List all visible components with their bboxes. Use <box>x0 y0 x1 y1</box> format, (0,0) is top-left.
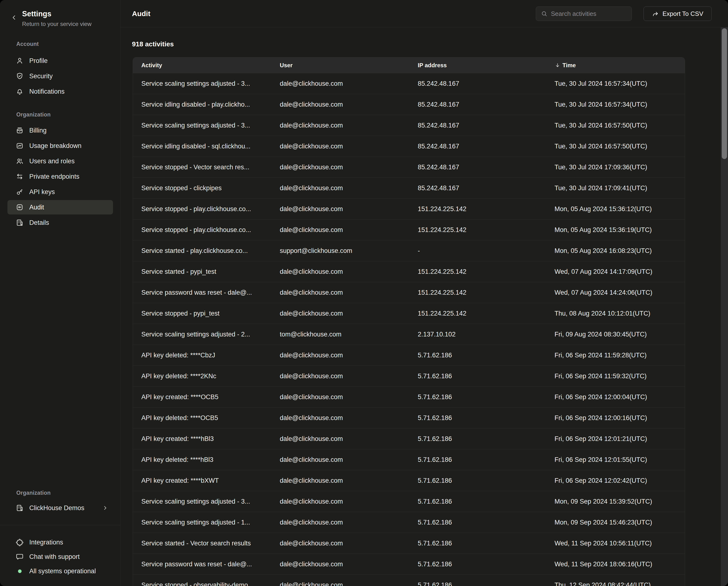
table-row[interactable]: Service stopped - clickpipes dale@clickh… <box>133 177 685 198</box>
table-row[interactable]: API key created: ****bXWT dale@clickhous… <box>133 470 685 491</box>
cell-activity: Service stopped - clickpipes <box>141 185 280 192</box>
table-row[interactable]: Service started - Vector search results … <box>133 533 685 554</box>
sidebar-item-security[interactable]: Security <box>7 69 113 83</box>
table-row[interactable]: Service password was reset - dale@... da… <box>133 554 685 575</box>
cell-activity: Service stopped - pypi_test <box>141 310 280 317</box>
export-button-label: Export To CSV <box>662 10 703 18</box>
cell-activity: Service password was reset - dale@... <box>141 561 280 568</box>
column-header-activity[interactable]: Activity <box>141 62 280 69</box>
till-icon <box>15 126 24 135</box>
cell-ip-address: 5.71.62.186 <box>418 414 554 422</box>
cell-user: dale@clickhouse.com <box>280 310 418 317</box>
table-row[interactable]: API key deleted: ****CbzJ dale@clickhous… <box>133 345 685 366</box>
cell-user: dale@clickhouse.com <box>280 581 418 586</box>
cell-ip-address: 85.242.48.167 <box>418 122 554 129</box>
table-row[interactable]: API key created: ****OCB5 dale@clickhous… <box>133 386 685 407</box>
cell-ip-address: 85.242.48.167 <box>418 80 554 88</box>
cell-activity: API key deleted: ****2KNc <box>141 372 280 380</box>
users-icon <box>15 156 24 166</box>
status-label: All systems operational <box>29 567 96 575</box>
sidebar-item-details[interactable]: Details <box>7 215 113 230</box>
cell-time: Fri, 06 Sep 2024 12:01:55(UTC) <box>554 456 685 464</box>
sidebar-item-profile[interactable]: Profile <box>7 53 113 68</box>
cell-user: support@clickhouse.com <box>280 247 418 254</box>
scrollbar-track[interactable] <box>721 27 728 586</box>
system-status-item[interactable]: All systems operational <box>7 564 113 578</box>
cell-activity: Service scaling settings adjusted - 3... <box>141 80 280 88</box>
cell-ip-address: 85.242.48.167 <box>418 143 554 150</box>
cell-user: dale@clickhouse.com <box>280 122 418 129</box>
column-header-time[interactable]: Time <box>554 62 685 69</box>
cell-ip-address: 5.71.62.186 <box>418 435 554 443</box>
table-row[interactable]: Service scaling settings adjusted - 2...… <box>133 324 685 345</box>
table-header-row: Activity User IP address Time <box>133 57 685 73</box>
org-switcher-clickhouse-demos[interactable]: ClickHouse Demos <box>7 501 113 515</box>
cell-ip-address: 5.71.62.186 <box>418 581 554 586</box>
cell-time: Fri, 06 Sep 2024 12:01:21(UTC) <box>554 435 685 443</box>
column-header-ip-address[interactable]: IP address <box>418 62 554 69</box>
table-row[interactable]: API key deleted: ****2KNc dale@clickhous… <box>133 366 685 386</box>
cell-ip-address: 5.71.62.186 <box>418 456 554 464</box>
cell-user: dale@clickhouse.com <box>280 205 418 213</box>
table-row[interactable]: Service stopped - observability-demo dal… <box>133 575 685 586</box>
table-row[interactable]: API key deleted: ****hBl3 dale@clickhous… <box>133 449 685 470</box>
sidebar-item-api-keys[interactable]: API keys <box>7 185 113 199</box>
cell-user: dale@clickhouse.com <box>280 351 418 359</box>
sidebar-item-notifications[interactable]: Notifications <box>7 84 113 99</box>
column-header-user[interactable]: User <box>280 62 418 69</box>
table-row[interactable]: Service scaling settings adjusted - 3...… <box>133 73 685 94</box>
cell-time: Tue, 30 Jul 2024 17:09:41(UTC) <box>554 185 685 192</box>
table-row[interactable]: Service password was reset - dale@... da… <box>133 282 685 303</box>
table-row[interactable]: Service stopped - Vector search res... d… <box>133 156 685 177</box>
cell-user: dale@clickhouse.com <box>280 185 418 192</box>
cell-ip-address: 5.71.62.186 <box>418 393 554 401</box>
scrollbar-thumb[interactable] <box>722 28 727 159</box>
chevron-right-icon <box>102 505 108 511</box>
cell-activity: Service started - pypi_test <box>141 268 280 275</box>
cell-user: dale@clickhouse.com <box>280 393 418 401</box>
cell-time: Mon, 09 Sep 2024 15:39:52(UTC) <box>554 498 685 505</box>
table-row[interactable]: Service scaling settings adjusted - 1...… <box>133 512 685 533</box>
table-row[interactable]: Service scaling settings adjusted - 3...… <box>133 115 685 136</box>
table-row[interactable]: API key created: ****hBl3 dale@clickhous… <box>133 428 685 449</box>
table-row[interactable]: Service stopped - pypi_test dale@clickho… <box>133 303 685 324</box>
sidebar-item-usage-breakdown[interactable]: Usage breakdown <box>7 139 113 153</box>
cell-user: dale@clickhouse.com <box>280 101 418 108</box>
cell-ip-address: 2.137.10.102 <box>418 331 554 338</box>
org-switcher-label: ClickHouse Demos <box>29 504 84 512</box>
table-row[interactable]: Service idling disabled - sql.clickhou..… <box>133 136 685 156</box>
page-title: Audit <box>132 0 151 27</box>
footer-item-chat-with-support[interactable]: Chat with support <box>7 550 113 564</box>
table-row[interactable]: Service idling disabled - play.clickho..… <box>133 94 685 115</box>
cell-activity: API key deleted: ****CbzJ <box>141 351 280 359</box>
cell-time: Fri, 06 Sep 2024 11:59:28(UTC) <box>554 351 685 359</box>
key-icon <box>15 187 24 196</box>
cell-activity: Service scaling settings adjusted - 3... <box>141 498 280 505</box>
cell-activity: API key deleted: ****OCB5 <box>141 414 280 422</box>
table-row[interactable]: Service started - play.clickhouse.co... … <box>133 240 685 261</box>
cell-time: Thu, 08 Aug 2024 10:12:01(UTC) <box>554 310 685 317</box>
table-row[interactable]: Service stopped - play.clickhouse.co... … <box>133 198 685 219</box>
sidebar-item-users-and-roles[interactable]: Users and roles <box>7 154 113 168</box>
cell-activity: Service started - Vector search results <box>141 540 280 547</box>
table-row[interactable]: Service started - pypi_test dale@clickho… <box>133 261 685 282</box>
export-to-csv-button[interactable]: Export To CSV <box>644 6 712 21</box>
cell-ip-address: 151.224.225.142 <box>418 310 554 317</box>
sidebar-item-private-endpoints[interactable]: Private endpoints <box>7 169 113 184</box>
back-button[interactable] <box>9 13 19 23</box>
sidebar-item-billing[interactable]: Billing <box>7 123 113 138</box>
table-row[interactable]: Service stopped - play.clickhouse.co... … <box>133 219 685 240</box>
sidebar-item-audit[interactable]: Audit <box>7 200 113 215</box>
building-icon <box>15 504 24 513</box>
cell-user: dale@clickhouse.com <box>280 498 418 505</box>
search-input[interactable] <box>551 10 631 18</box>
table-row[interactable]: Service scaling settings adjusted - 3...… <box>133 491 685 512</box>
cell-time: Fri, 06 Sep 2024 12:02:42(UTC) <box>554 477 685 484</box>
footer-item-integrations[interactable]: Integrations <box>7 535 113 550</box>
search-box <box>536 6 632 21</box>
cell-user: dale@clickhouse.com <box>280 435 418 443</box>
cell-time: Thu, 12 Sep 2024 08:42:44(UTC) <box>554 581 685 586</box>
status-dot <box>15 566 24 576</box>
table-row[interactable]: API key deleted: ****OCB5 dale@clickhous… <box>133 407 685 428</box>
account-nav: Profile Security Notifications <box>0 53 121 100</box>
